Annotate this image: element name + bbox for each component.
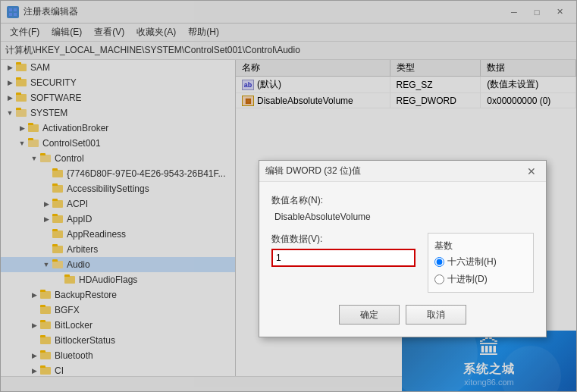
radio-hex-text: 十六进制(H) <box>447 256 497 268</box>
radio-hex-label[interactable]: 十六进制(H) <box>434 256 527 268</box>
dialog-body: 数值名称(N): DisableAbsoluteVolume 数值数据(V): … <box>259 182 546 337</box>
dialog-name-label: 数值名称(N): <box>271 194 534 207</box>
modal-overlay: 编辑 DWORD (32 位)值 ✕ 数值名称(N): DisableAbsol… <box>1 1 576 391</box>
dialog-title-bar: 编辑 DWORD (32 位)值 ✕ <box>259 161 546 182</box>
dialog-title-text: 编辑 DWORD (32 位)值 <box>265 165 523 177</box>
dialog-ok-button[interactable]: 确定 <box>339 305 400 325</box>
dialog-close-button[interactable]: ✕ <box>523 164 540 179</box>
dialog-cancel-button[interactable]: 取消 <box>406 305 466 325</box>
radio-dec-label[interactable]: 十进制(D) <box>434 273 527 286</box>
radio-group-base: 十六进制(H) 十进制(D) <box>434 256 527 286</box>
dialog-base-group: 基数 十六进制(H) 十进制(D) <box>428 233 534 293</box>
dialog-data-label: 数值数据(V): <box>271 233 416 246</box>
main-window: 注册表编辑器 ─ □ ✕ 文件(F) 编辑(E) 查看(V) 收藏夹(A) 帮助… <box>0 0 577 392</box>
radio-hex-input[interactable] <box>434 257 444 267</box>
dialog-edit-dword: 编辑 DWORD (32 位)值 ✕ 数值名称(N): DisableAbsol… <box>259 160 547 337</box>
dialog-buttons: 确定 取消 <box>271 305 534 325</box>
dialog-left-col: 数值数据(V): <box>271 233 416 293</box>
dialog-data-row: 数值数据(V): 基数 十六进制(H) 十进制(D) <box>271 233 534 293</box>
dialog-data-input[interactable] <box>271 249 416 267</box>
dialog-name-value: DisableAbsoluteVolume <box>271 210 534 224</box>
radio-dec-text: 十进制(D) <box>447 273 488 286</box>
radio-dec-input[interactable] <box>434 274 444 284</box>
dialog-base-label: 基数 <box>434 240 527 252</box>
